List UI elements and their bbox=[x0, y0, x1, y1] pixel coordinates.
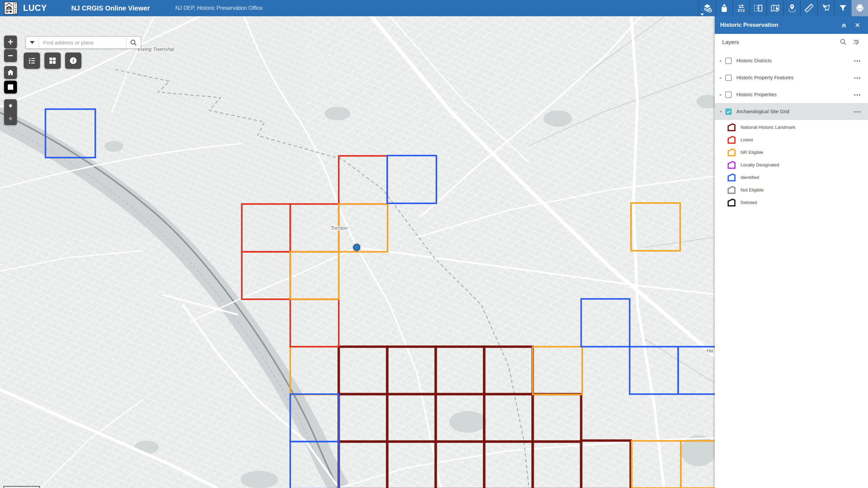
legend-label: National Historic Landmark bbox=[741, 125, 795, 130]
lucy-logo: N J H P O bbox=[4, 2, 18, 15]
app-header: N J H P O LUCY NJ CRGIS Online Viewer NJ… bbox=[0, 0, 868, 16]
layer-options-button[interactable]: ••• bbox=[854, 109, 861, 114]
near-me-icon bbox=[787, 3, 797, 13]
layers-plus-icon bbox=[702, 3, 712, 13]
map-pin-icon bbox=[770, 3, 780, 13]
legend-label: NR Eligible bbox=[741, 150, 763, 155]
layer-label: Historic Districts bbox=[736, 58, 854, 63]
header-toolbar: XYZ bbox=[698, 0, 868, 16]
check-icon bbox=[726, 109, 731, 114]
panel-collapse-button[interactable] bbox=[839, 20, 849, 30]
panel-title: Historic Preservation bbox=[720, 22, 835, 28]
app-subtitle: NJ DEP, Historic Preservation Office bbox=[175, 5, 262, 11]
layer-label: Historic Property Features bbox=[736, 75, 854, 80]
search-icon bbox=[840, 38, 847, 46]
tool-filter-button[interactable] bbox=[834, 0, 851, 16]
search-source-dropdown[interactable] bbox=[26, 37, 39, 48]
layer-search-button[interactable] bbox=[839, 38, 848, 46]
panel-close-button[interactable] bbox=[852, 20, 863, 30]
xyz-icon: XYZ bbox=[736, 3, 746, 13]
expand-arrow-icon[interactable]: ▸ bbox=[720, 93, 725, 97]
previous-extent-button[interactable] bbox=[4, 99, 17, 112]
historic-preservation-panel: Historic Preservation Layers bbox=[715, 16, 868, 488]
layer-filter-button[interactable] bbox=[852, 38, 861, 46]
place-label: Trenton bbox=[331, 225, 348, 231]
expand-arrow-icon[interactable]: ▸ bbox=[720, 76, 725, 80]
bag-plus-icon bbox=[719, 3, 729, 13]
legend-swatch-icon bbox=[727, 198, 736, 207]
layer-row[interactable]: ▾Archaeological Site Grid••• bbox=[715, 103, 868, 120]
search-box[interactable] bbox=[25, 36, 141, 49]
tool-near-me-button[interactable] bbox=[783, 0, 800, 16]
printer-icon bbox=[855, 3, 865, 13]
legend-swatch-icon bbox=[727, 123, 736, 132]
layer-checkbox[interactable] bbox=[725, 108, 732, 115]
legend-label: Delisted bbox=[741, 200, 757, 205]
legend-item: Not Eligible bbox=[715, 184, 868, 196]
layer-row[interactable]: ▸Historic Districts••• bbox=[715, 52, 868, 69]
layer-checkbox[interactable] bbox=[725, 58, 732, 64]
map-area[interactable]: Ewing TownshipTrentonHa + − i bbox=[0, 16, 715, 488]
info-icon: i bbox=[68, 56, 78, 65]
tool-coordinate-conversion-button[interactable]: XYZ bbox=[732, 0, 749, 16]
legend-list-icon bbox=[27, 56, 37, 65]
layer-label: Historic Properties bbox=[736, 92, 854, 97]
svg-text:P: P bbox=[15, 10, 16, 12]
legend-swatch-icon bbox=[727, 185, 736, 195]
layer-legend: National Historic LandmarkListedNR Eligi… bbox=[715, 121, 868, 209]
expand-arrow-icon[interactable]: ▾ bbox=[720, 109, 725, 114]
legend-swatch-icon bbox=[727, 135, 736, 144]
tool-basemap-gallery-button[interactable] bbox=[766, 0, 783, 16]
scale-bar bbox=[3, 486, 40, 488]
legend-label: Locally Designated bbox=[741, 162, 779, 167]
legend-item: NR Eligible bbox=[715, 146, 868, 159]
search-input[interactable] bbox=[39, 37, 126, 48]
layer-row[interactable]: ▸Historic Properties••• bbox=[715, 86, 868, 103]
tool-select-button[interactable] bbox=[817, 0, 834, 16]
basemap-grid-button[interactable] bbox=[44, 53, 61, 69]
tool-measurement-button[interactable] bbox=[800, 0, 817, 16]
legend-label: Listed bbox=[741, 137, 753, 142]
svg-text:J: J bbox=[15, 5, 16, 7]
info-button[interactable]: i bbox=[65, 53, 81, 69]
legend-swatch-icon bbox=[727, 160, 736, 169]
layer-options-button[interactable]: ••• bbox=[854, 75, 861, 80]
grid-icon bbox=[48, 56, 57, 65]
legend-item: Delisted bbox=[715, 196, 868, 209]
ruler-icon bbox=[804, 3, 814, 13]
layer-row[interactable]: ▸Historic Property Features••• bbox=[715, 69, 868, 86]
expand-arrow-icon[interactable]: ▸ bbox=[720, 59, 725, 63]
svg-text:O: O bbox=[15, 12, 17, 14]
layer-options-button[interactable]: ••• bbox=[854, 58, 861, 63]
default-extent-button[interactable] bbox=[4, 81, 17, 94]
tool-layer-list-button[interactable] bbox=[698, 0, 715, 16]
zoom-in-button[interactable]: + bbox=[4, 36, 17, 48]
layer-options-button[interactable]: ••• bbox=[854, 92, 861, 97]
legend-button[interactable] bbox=[24, 53, 40, 69]
tool-print-button[interactable] bbox=[851, 0, 868, 16]
tool-add-data-button[interactable] bbox=[715, 0, 732, 16]
legend-label: Not Eligible bbox=[741, 187, 764, 192]
home-icon bbox=[6, 68, 15, 77]
layer-checkbox[interactable] bbox=[725, 75, 732, 81]
layer-list: ▸Historic Districts•••▸Historic Property… bbox=[715, 52, 868, 209]
select-icon bbox=[821, 3, 831, 13]
legend-item: National Historic Landmark bbox=[715, 121, 868, 134]
brand-name: LUCY bbox=[23, 3, 47, 13]
filter-check-icon bbox=[852, 38, 860, 46]
home-extent-button[interactable] bbox=[4, 66, 17, 79]
layer-checkbox[interactable] bbox=[725, 92, 732, 98]
legend-item: Listed bbox=[715, 134, 868, 146]
arrow-left-icon bbox=[7, 102, 14, 109]
search-button[interactable] bbox=[126, 37, 141, 48]
place-label: Ha bbox=[706, 348, 713, 353]
next-extent-button[interactable] bbox=[4, 112, 17, 125]
legend-swatch-icon bbox=[727, 173, 736, 182]
location-marker[interactable] bbox=[352, 243, 361, 252]
extent-square-icon bbox=[7, 84, 14, 90]
zoom-out-button[interactable]: − bbox=[4, 49, 17, 62]
legend-label: Identified bbox=[741, 175, 759, 180]
map-canvas[interactable]: Ewing TownshipTrentonHa bbox=[0, 16, 715, 488]
tool-swipe-button[interactable] bbox=[749, 0, 766, 16]
place-label: Ewing Township bbox=[138, 46, 174, 52]
